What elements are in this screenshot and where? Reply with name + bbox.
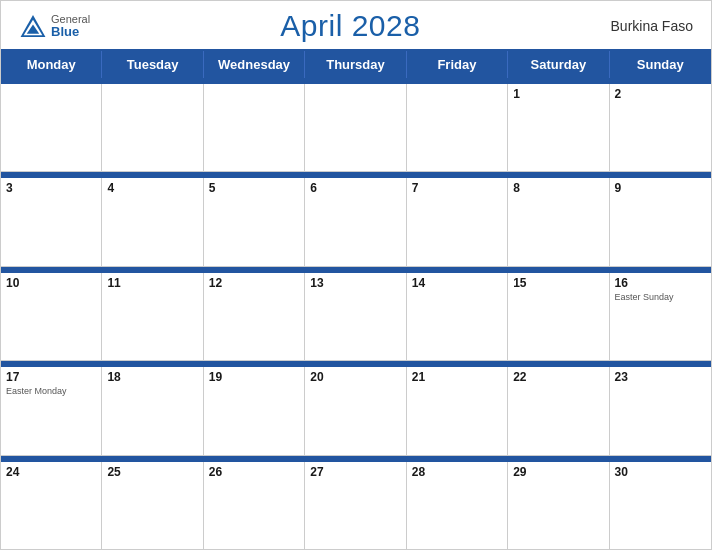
day-cell-5: 5	[204, 178, 305, 265]
week-2: 3 4 5 6 7 8 9	[1, 172, 711, 266]
calendar-title: April 2028	[280, 9, 420, 43]
day-cell-17: 17 Easter Monday	[1, 367, 102, 454]
easter-sunday-label: Easter Sunday	[615, 292, 706, 302]
day-headers-row: Monday Tuesday Wednesday Thursday Friday…	[1, 51, 711, 78]
day-cell-3: 3	[1, 178, 102, 265]
day-cell-15: 15	[508, 273, 609, 360]
header-wednesday: Wednesday	[204, 51, 305, 78]
day-cell-9: 9	[610, 178, 711, 265]
day-cell-7: 7	[407, 178, 508, 265]
day-cell-12: 12	[204, 273, 305, 360]
day-cell-16: 16 Easter Sunday	[610, 273, 711, 360]
logo-text: General Blue	[51, 14, 90, 38]
week-1: 1 2	[1, 78, 711, 172]
week-3: 10 11 12 13 14 15 16 Easter Sunday	[1, 267, 711, 361]
week-1-cells: 1 2	[1, 84, 711, 171]
day-cell-2: 2	[610, 84, 711, 171]
weeks-container: 1 2 3 4 5 6 7 8 9	[1, 78, 711, 549]
day-cell-8: 8	[508, 178, 609, 265]
logo-blue-text: Blue	[51, 25, 90, 38]
header-tuesday: Tuesday	[102, 51, 203, 78]
calendar-grid: Monday Tuesday Wednesday Thursday Friday…	[1, 49, 711, 549]
day-cell-30: 30	[610, 462, 711, 549]
calendar-page: General Blue April 2028 Burkina Faso Mon…	[0, 0, 712, 550]
easter-monday-label: Easter Monday	[6, 386, 96, 396]
day-cell-6: 6	[305, 178, 406, 265]
day-cell-25: 25	[102, 462, 203, 549]
header-friday: Friday	[407, 51, 508, 78]
week-3-cells: 10 11 12 13 14 15 16 Easter Sunday	[1, 273, 711, 360]
week-2-cells: 3 4 5 6 7 8 9	[1, 178, 711, 265]
day-cell-22: 22	[508, 367, 609, 454]
day-cell-18: 18	[102, 367, 203, 454]
header-saturday: Saturday	[508, 51, 609, 78]
day-cell-13: 13	[305, 273, 406, 360]
day-cell-empty-4	[305, 84, 406, 171]
header-thursday: Thursday	[305, 51, 406, 78]
day-cell-empty-5	[407, 84, 508, 171]
day-cell-28: 28	[407, 462, 508, 549]
header-sunday: Sunday	[610, 51, 711, 78]
logo-icon	[19, 12, 47, 40]
header-monday: Monday	[1, 51, 102, 78]
day-cell-27: 27	[305, 462, 406, 549]
day-cell-26: 26	[204, 462, 305, 549]
country-label: Burkina Faso	[611, 18, 693, 34]
day-cell-23: 23	[610, 367, 711, 454]
day-cell-19: 19	[204, 367, 305, 454]
day-cell-empty-2	[102, 84, 203, 171]
week-5: 24 25 26 27 28 29 30	[1, 456, 711, 549]
week-4: 17 Easter Monday 18 19 20 21 22 23	[1, 361, 711, 455]
day-cell-24: 24	[1, 462, 102, 549]
header: General Blue April 2028 Burkina Faso	[1, 1, 711, 49]
day-cell-11: 11	[102, 273, 203, 360]
day-cell-4: 4	[102, 178, 203, 265]
day-cell-empty-3	[204, 84, 305, 171]
day-cell-14: 14	[407, 273, 508, 360]
day-cell-1: 1	[508, 84, 609, 171]
day-cell-10: 10	[1, 273, 102, 360]
day-cell-21: 21	[407, 367, 508, 454]
logo: General Blue	[19, 12, 90, 40]
day-cell-20: 20	[305, 367, 406, 454]
week-4-cells: 17 Easter Monday 18 19 20 21 22 23	[1, 367, 711, 454]
day-cell-empty-1	[1, 84, 102, 171]
week-5-cells: 24 25 26 27 28 29 30	[1, 462, 711, 549]
day-cell-29: 29	[508, 462, 609, 549]
